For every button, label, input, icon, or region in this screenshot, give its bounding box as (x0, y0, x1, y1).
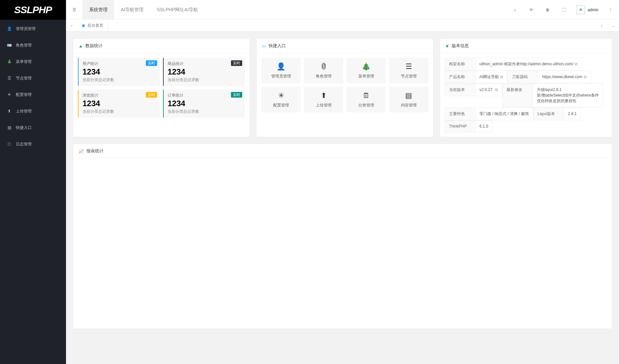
version-key: 主要特色 (445, 108, 475, 120)
sidebar-item-roles[interactable]: 🪪 角色管理 (0, 37, 66, 53)
version-key: 刀客源码 (508, 71, 538, 83)
card-title: 快捷入口 (269, 43, 286, 49)
quick-upload[interactable]: ⬆上传管理 (304, 87, 343, 112)
chevron-down-icon: ⌄ (612, 23, 615, 28)
version-key: 产品名称 (445, 71, 475, 83)
warning-icon: ▲ (79, 44, 83, 48)
sidebar-item-config[interactable]: ✳ 配置管理 (0, 86, 66, 103)
tab-ai-nav[interactable]: AI导航管理 (114, 0, 150, 20)
tabstrip-tab-home[interactable]: 后台首页 (78, 20, 108, 31)
badge-realtime: 实时 (231, 92, 242, 98)
tabstrip-prev[interactable]: ‹ (66, 20, 78, 31)
stat-views[interactable]: 实时 浏览统计 1234 当前分类总记录数 (78, 89, 160, 118)
chevron-left-icon: ‹ (71, 23, 73, 28)
user-menu[interactable]: admin (572, 6, 603, 14)
credit-card-icon: ▭ (262, 44, 266, 48)
card-title: 报表统计 (86, 148, 104, 154)
tabstrip-tab-label: 后台首页 (87, 23, 103, 28)
logo[interactable]: SSLPHP (0, 0, 66, 20)
id-card-icon: 🪪 (7, 43, 12, 47)
version-card: ❦ 版本信息 框架名称ulthon_admin 框架作者http://admin… (440, 39, 612, 137)
sidebar-item-logs[interactable]: ⬡ 日志管理 (0, 136, 66, 152)
copy-icon[interactable]: ⧉ (500, 75, 503, 79)
gear-icon: ✳ (278, 91, 284, 100)
version-value: ulthon_admin 框架作者http://admin.demo.ultho… (475, 58, 582, 71)
menu-toggle[interactable]: ☰ (66, 0, 82, 20)
quick-category[interactable]: 🗓分类管理 (346, 87, 386, 112)
quick-card: ▭ 快捷入口 👤管理员管理 🛢角色管理 🎄菜单管理 ☰节点管理 ✳配置管理 ⬆上… (257, 39, 433, 137)
log-icon: ⬡ (7, 142, 12, 146)
tab-sslphp-nav[interactable]: SSLPHP网址AI导航 (150, 0, 204, 20)
grid-icon: ▤ (7, 125, 12, 130)
refresh-button[interactable]: ⟳ (523, 0, 539, 20)
version-key: 当前版本 (445, 84, 475, 96)
sidebar-item-label: 菜单管理 (16, 59, 32, 65)
version-value: AI网址导航⧉ (475, 71, 507, 83)
home-button[interactable]: ⌂ (506, 0, 523, 20)
version-key: ThinkPHP (445, 121, 475, 132)
expand-icon: ⛶ (562, 8, 566, 12)
sidebar: SSLPHP 👤 管理员管理 🪪 角色管理 🎄 菜单管理 ☰ 节点管理 ✳ (0, 0, 66, 364)
list-alt-icon: ▤ (405, 91, 412, 100)
sidebar-item-admins[interactable]: 👤 管理员管理 (0, 20, 66, 37)
sidebar-item-label: 日志管理 (16, 141, 32, 147)
calendar-icon: 🗓 (363, 91, 370, 100)
report-card: 📈 报表统计 (73, 144, 612, 329)
sidebar-item-label: 上传管理 (16, 108, 32, 114)
upload-icon: ⬆ (7, 109, 12, 113)
quick-content[interactable]: ▤内容管理 (389, 87, 428, 112)
user-icon: 👤 (7, 26, 12, 31)
report-body (73, 158, 612, 167)
sidebar-item-shortcut[interactable]: ▤ 快捷入口 (0, 119, 66, 136)
sidebar-item-label: 管理员管理 (16, 26, 36, 32)
more-button[interactable]: ⋮ (603, 0, 619, 20)
dot-icon (82, 24, 85, 27)
version-value: 零门槛 / 响应式 / 清爽 / 极简 (475, 108, 533, 120)
sidebar-item-upload[interactable]: ⬆ 上传管理 (0, 103, 66, 119)
version-value: https://www.dkewl.com⧉ (538, 71, 591, 83)
version-key: 最新修改 (502, 84, 533, 107)
version-value: 6.1.0 (475, 121, 493, 132)
fullscreen-button[interactable]: ⛶ (556, 0, 572, 20)
copy-icon[interactable]: ⧉ (495, 87, 498, 92)
stat-users[interactable]: 实时 用户统计 1234 当前分类总记录数 (78, 58, 160, 86)
stat-orders[interactable]: 实时 订单统计 1234 当前分类总记录数 (163, 89, 245, 118)
page-tabstrip: ‹ 后台首页 › ⌄ (66, 20, 619, 32)
quick-admins[interactable]: 👤管理员管理 (261, 58, 301, 83)
badge-realtime: 实时 (146, 60, 157, 66)
copy-icon[interactable]: ⧉ (575, 62, 578, 66)
stat-goods[interactable]: 实时 商品统计 1234 当前分类总记录数 (163, 58, 245, 86)
tabstrip-dropdown[interactable]: ⌄ (607, 20, 619, 31)
content-area: ▲ 数据统计 实时 用户统计 1234 当前分类总记录数 (66, 32, 619, 364)
version-value: v2.0.27 ⧉ (475, 84, 502, 96)
list-icon: ☰ (406, 62, 412, 71)
sidebar-item-menus[interactable]: 🎄 菜单管理 (0, 53, 66, 70)
upload-icon: ⬆ (321, 91, 327, 100)
stats-card: ▲ 数据统计 实时 用户统计 1234 当前分类总记录数 (73, 39, 249, 137)
chart-line-icon: 📈 (79, 149, 84, 154)
refresh-icon: ⟳ (530, 8, 533, 12)
tabstrip-next[interactable]: › (596, 20, 607, 31)
side-nav: 👤 管理员管理 🪪 角色管理 🎄 菜单管理 ☰ 节点管理 ✳ 配置管理 ⬆ 上 (0, 20, 66, 152)
card-title: 版本信息 (452, 43, 469, 49)
quick-config[interactable]: ✳配置管理 (261, 87, 301, 112)
copy-icon[interactable]: ⧉ (584, 75, 587, 79)
badge-realtime: 实时 (146, 92, 157, 98)
version-value: 2.8.1 (564, 108, 581, 120)
more-icon: ⋮ (609, 8, 613, 12)
sidebar-item-nodes[interactable]: ☰ 节点管理 (0, 70, 66, 86)
trash-button[interactable]: 🗑 (539, 0, 556, 20)
tab-system[interactable]: 系统管理 (82, 0, 114, 20)
quick-menus[interactable]: 🎄菜单管理 (346, 58, 386, 83)
top-nav: 系统管理 AI导航管理 SSLPHP网址AI导航 (82, 0, 205, 20)
quick-nodes[interactable]: ☰节点管理 (389, 58, 428, 83)
quick-roles[interactable]: 🛢角色管理 (304, 58, 343, 83)
sidebar-item-label: 配置管理 (16, 92, 32, 98)
version-key: 框架名称 (445, 58, 475, 71)
sidebar-item-label: 角色管理 (16, 43, 32, 48)
sidebar-item-label: 节点管理 (16, 76, 32, 81)
gear-icon: ✳ (7, 92, 12, 97)
leaf-icon: ❦ (445, 44, 449, 48)
badge-realtime: 实时 (231, 60, 242, 66)
home-icon: ⌂ (514, 8, 516, 12)
